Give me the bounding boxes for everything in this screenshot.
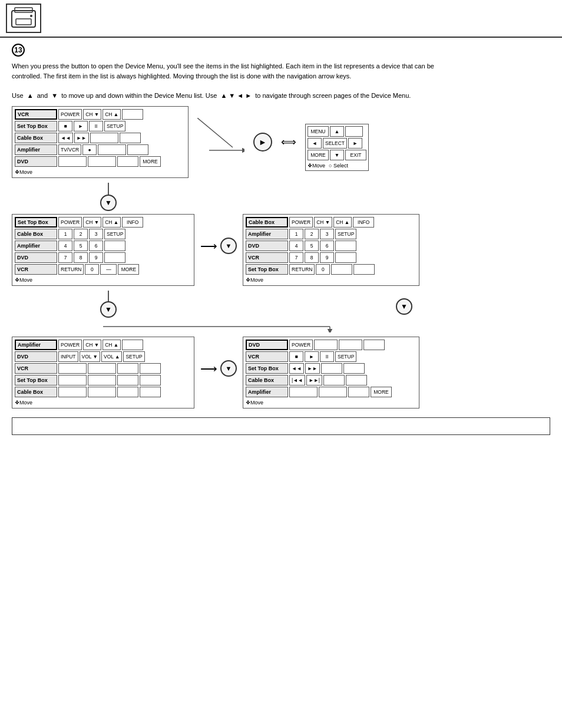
diagram: VCR POWER CH ▼ CH ▲ Set Top Box ■ ► II	[12, 106, 550, 409]
nav-circle-1[interactable]: ►	[253, 133, 272, 151]
connector-bottom: ⟶ ▼	[200, 360, 237, 377]
page-wrapper: 13 When you press the button to open the…	[0, 0, 562, 441]
vcr-device: VCR	[15, 109, 57, 120]
svg-rect-2	[16, 19, 31, 25]
header	[0, 0, 562, 38]
connector-mid: ⟶ ▼	[200, 238, 237, 254]
cable-panel: Cable Box POWER CH ▼ CH ▲ INFO Amplifier…	[243, 214, 419, 286]
svg-line-4	[197, 118, 233, 147]
description: When you press the button to open the De…	[12, 61, 542, 100]
section-circle: 13	[12, 44, 25, 57]
amplifier-panel: Amplifier POWER CH ▼ CH ▲ DVD INPUT VOL …	[12, 337, 194, 409]
down-arrow-1: ▼	[100, 183, 550, 211]
connector-diagonal	[197, 118, 244, 153]
logo	[6, 4, 41, 33]
stb-panel: Set Top Box POWER CH ▼ CH ▲ INFO Cable B…	[12, 214, 194, 286]
note-bar	[12, 417, 550, 435]
main-content: 13 When you press the button to open the…	[0, 38, 562, 441]
vcr-panel: VCR POWER CH ▼ CH ▲ Set Top Box ■ ► II	[12, 106, 189, 178]
select-panel: MENU ▲ ◄ SELECT ► MORE ▼ EXIT	[305, 124, 369, 171]
svg-point-3	[30, 15, 32, 17]
bottom-connector	[12, 321, 550, 334]
section-number: 13	[12, 44, 550, 57]
dvd-panel: DVD POWER VCR ■ ► II SETUP	[243, 337, 419, 409]
bidirectional-arrow: ⟺	[281, 136, 296, 149]
down-arrows-row: ▼ ▼	[12, 291, 412, 318]
